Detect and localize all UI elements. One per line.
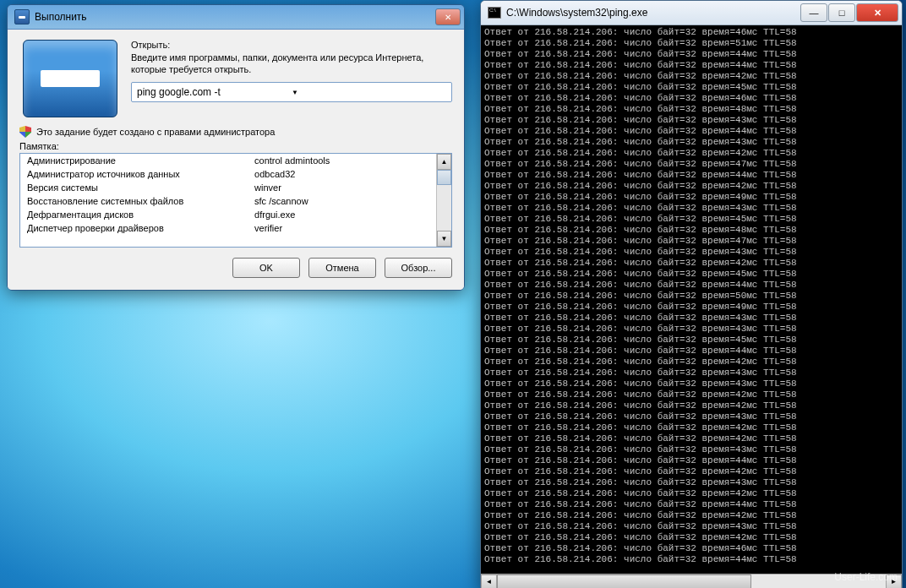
memo-command: odbcad32: [254, 169, 429, 179]
memo-command: dfrgui.exe: [254, 210, 429, 220]
watermark: User-Life.com: [834, 571, 898, 583]
console-title: C:\Windows\system32\ping.exe: [506, 7, 800, 19]
button-row: OK Отмена Обзор...: [19, 258, 452, 278]
memo-command: verifier: [254, 223, 429, 233]
console-window: C:\Windows\system32\ping.exe — □ ✕ Ответ…: [480, 0, 903, 588]
browse-button[interactable]: Обзор...: [385, 258, 452, 278]
console-title-icon: [488, 7, 501, 19]
memo-name: Диспетчер проверки драйверов: [27, 223, 254, 233]
memo-label: Памятка:: [19, 141, 452, 151]
run-body: Открыть: Введите имя программы, папки, д…: [8, 30, 464, 290]
scroll-left-icon[interactable]: ◄: [481, 574, 497, 588]
run-title-icon: [14, 9, 30, 24]
run-hint: Введите имя программы, папки, документа …: [131, 52, 452, 75]
memo-name: Версия системы: [27, 182, 254, 193]
memo-command: winver: [254, 182, 429, 193]
minimize-button[interactable]: —: [800, 3, 827, 22]
scroll-up-icon[interactable]: ▲: [437, 154, 451, 170]
cancel-button[interactable]: Отмена: [308, 258, 376, 278]
window-buttons: ✕: [435, 8, 461, 25]
memo-list: Администрированиеcontrol admintoolsАдмин…: [20, 154, 436, 247]
memo-name: Восстановление системных файлов: [27, 196, 254, 206]
memo-scrollbar[interactable]: ▲ ▼: [436, 154, 451, 247]
hscroll-track[interactable]: [497, 574, 886, 588]
scroll-down-icon[interactable]: ▼: [437, 231, 451, 247]
console-output[interactable]: Ответ от 216.58.214.206: число байт=32 в…: [481, 25, 902, 574]
scroll-thumb[interactable]: [437, 170, 451, 185]
run-titlebar[interactable]: Выполнить ✕: [8, 5, 464, 30]
memo-name: Администрирование: [27, 155, 254, 166]
run-title: Выполнить: [35, 11, 435, 23]
scroll-track[interactable]: [437, 185, 451, 231]
console-window-buttons: — □ ✕: [800, 3, 898, 22]
command-value: ping google.com -t: [137, 86, 292, 98]
console-titlebar[interactable]: C:\Windows\system32\ping.exe — □ ✕: [481, 1, 902, 25]
command-combobox[interactable]: ping google.com -t ▼: [131, 82, 452, 102]
run-icon: [23, 40, 117, 117]
shield-icon: [19, 126, 31, 138]
dropdown-arrow-icon[interactable]: ▼: [292, 89, 446, 96]
open-label: Открыть:: [131, 40, 452, 50]
hscroll-thumb[interactable]: [497, 574, 751, 588]
memo-name: Администратор источников данных: [27, 169, 254, 179]
list-item[interactable]: Восстановление системных файловsfc /scan…: [20, 194, 436, 208]
memo-name: Дефрагментация дисков: [27, 210, 254, 220]
list-item[interactable]: Дефрагментация дисковdfrgui.exe: [20, 208, 436, 221]
ok-button[interactable]: OK: [232, 258, 300, 278]
memo-command: sfc /scannow: [254, 196, 429, 206]
list-item[interactable]: Администратор источников данныхodbcad32: [20, 167, 436, 181]
uac-note: Это задание будет создано с правами адми…: [36, 127, 275, 137]
close-button[interactable]: ✕: [856, 3, 898, 22]
list-item[interactable]: Диспетчер проверки драйверовverifier: [20, 221, 436, 235]
list-item[interactable]: Версия системыwinver: [20, 181, 436, 194]
list-item[interactable]: Администрированиеcontrol admintools: [20, 154, 436, 167]
memo-command: control admintools: [254, 155, 429, 166]
close-button[interactable]: ✕: [435, 8, 461, 25]
maximize-button[interactable]: □: [828, 3, 855, 22]
run-dialog: Выполнить ✕ Открыть: Введите имя програм…: [7, 4, 465, 291]
memo-listbox[interactable]: Администрированиеcontrol admintoolsАдмин…: [19, 153, 452, 248]
uac-note-row: Это задание будет создано с правами адми…: [19, 126, 452, 138]
